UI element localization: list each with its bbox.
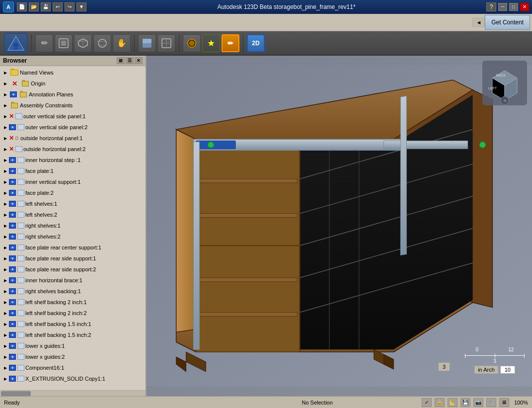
- tree-arrow-left-shelf-backing-15inch-2[interactable]: ▶: [2, 331, 9, 338]
- tree-arrow-inner-vert-support[interactable]: ▶: [2, 178, 9, 185]
- tree-item-right-shelves-backing-1[interactable]: ▶ 👁 right shelves backing:1: [0, 286, 146, 297]
- view-front-button[interactable]: [55, 34, 73, 52]
- view-home-button[interactable]: [4, 33, 28, 54]
- tree-arrow-outside-horiz-1[interactable]: ▶: [2, 135, 9, 142]
- tree-item-outer-vert-2[interactable]: ▶ 👁 outer vertical side panel:2: [0, 122, 146, 133]
- shaded-button[interactable]: [138, 34, 156, 52]
- tree-arrow-assembly-constraints[interactable]: ▶: [2, 102, 9, 109]
- tree-item-right-shelves-2[interactable]: ▶ 👁 right shelves:2: [0, 231, 146, 242]
- browser-grid-btn[interactable]: ⊞: [117, 57, 125, 64]
- status-monitor-btn[interactable]: 🖥: [499, 398, 509, 407]
- unit-display[interactable]: in Arch: [474, 366, 498, 374]
- tree-arrow-fp-rear-center[interactable]: ▶: [2, 244, 9, 251]
- draw-line-button[interactable]: ✏: [35, 34, 53, 52]
- tree-arrow-lower-x-guides-1[interactable]: ▶: [2, 342, 9, 349]
- tree-item-named-views[interactable]: ▶ Named Views: [0, 67, 146, 78]
- tree-arrow-left-shelf-backing-2inch-1[interactable]: ▶: [2, 299, 9, 306]
- tree-arrow-right-shelves-1[interactable]: ▶: [2, 222, 9, 229]
- status-snap-btn[interactable]: 📐: [448, 398, 457, 407]
- help-icon[interactable]: ?: [486, 2, 496, 11]
- tree-icon-inner-horiz-vis: 👁: [9, 157, 16, 163]
- menu-open-icon[interactable]: 📂: [29, 2, 39, 11]
- tree-item-outside-horiz-2[interactable]: ▶ ✕ outside horizontal panel:2: [0, 144, 146, 155]
- tree-arrow-component16-1[interactable]: ▶: [2, 364, 9, 371]
- browser-close-btn[interactable]: ✕: [135, 57, 143, 64]
- tree-arrow-inner-horiz-brace[interactable]: ▶: [2, 277, 9, 284]
- tree-item-inner-horiz-brace[interactable]: ▶ 👁 inner horizontal brace:1: [0, 275, 146, 286]
- view-pan-button[interactable]: ✋: [113, 34, 131, 52]
- get-content-button[interactable]: Get Content: [485, 15, 530, 30]
- tree-arrow-fp-rear-side-1[interactable]: ▶: [2, 255, 9, 262]
- tree-arrow-right-shelves-backing-1[interactable]: ▶: [2, 288, 9, 295]
- view-orbit-button[interactable]: [93, 34, 111, 52]
- tree-item-right-shelves-1[interactable]: ▶ 👁 right shelves:1: [0, 220, 146, 231]
- tree-item-component16-1[interactable]: ▶ 👁 Component16:1: [0, 362, 146, 373]
- tree-arrow-left-shelves-2[interactable]: ▶: [2, 211, 9, 218]
- tree-arrow-outside-horiz-2[interactable]: ▶: [2, 146, 9, 153]
- viewcube[interactable]: BACK LEFT N: [482, 61, 527, 105]
- toolbar-arrow[interactable]: ◄: [472, 18, 485, 27]
- tree-arrow-outer-vert-1[interactable]: ▶: [2, 113, 9, 120]
- tree-arrow-face-plate-1[interactable]: ▶: [2, 167, 9, 174]
- tree-item-face-plate-2[interactable]: ▶ 👁 face plate:2: [0, 187, 146, 198]
- tree-item-lower-x-guides-1[interactable]: ▶ 👁 lower x guides:1: [0, 340, 146, 351]
- browser-list-btn[interactable]: ☰: [126, 57, 134, 64]
- tree-item-face-plate-1[interactable]: ▶ 👁 face plate:1: [0, 165, 146, 176]
- sketch-button[interactable]: ✏: [222, 34, 239, 52]
- tree-arrow-inner-horiz-step[interactable]: ▶: [2, 157, 9, 163]
- tree-arrow-fp-rear-side-2[interactable]: ▶: [2, 266, 9, 273]
- status-save-btn[interactable]: 💾: [460, 398, 470, 407]
- menu-more-icon[interactable]: ▼: [76, 2, 86, 11]
- menu-undo-icon[interactable]: ↩: [53, 2, 63, 11]
- status-check-btn[interactable]: ✓: [422, 398, 432, 407]
- tree-item-fp-rear-side-1[interactable]: ▶ 👁 face plate rear side support:1: [0, 253, 146, 264]
- wireframe-button[interactable]: [157, 34, 175, 52]
- star-button[interactable]: ★: [202, 34, 220, 52]
- tree-arrow-annotation-planes[interactable]: ▶: [2, 91, 9, 98]
- tree-item-fp-rear-center[interactable]: ▶ 👁 face plate rear center support:1: [0, 242, 146, 253]
- status-lock-btn[interactable]: 🔒: [435, 398, 445, 407]
- tree-item-left-shelf-backing-15inch-2[interactable]: ▶ 👁 left shelf backing 1.5 inch:2: [0, 329, 146, 340]
- tree-item-fp-rear-side-2[interactable]: ▶ 👁 face plate rear side support:2: [0, 264, 146, 275]
- menu-file-icon[interactable]: 📄: [17, 2, 27, 11]
- tree-item-left-shelf-backing-15inch-1[interactable]: ▶ 👁 left shelf backing 1.5 inch:1: [0, 319, 146, 329]
- tree-item-origin[interactable]: ▶ ✕ Origin: [0, 78, 146, 89]
- status-camera-btn[interactable]: 📷: [473, 398, 483, 407]
- tree-item-left-shelves-1[interactable]: ▶ 👁 left shelves:1: [0, 198, 146, 209]
- tree-item-assembly-constraints[interactable]: ▶ Assembly Constraints: [0, 100, 146, 111]
- tree-arrow-origin[interactable]: ▶: [2, 80, 9, 87]
- tree-arrow-lower-x-guides-2[interactable]: ▶: [2, 353, 9, 360]
- tree-arrow-left-shelf-backing-15inch-1[interactable]: ▶: [2, 321, 9, 327]
- tree-item-left-shelf-backing-2inch-1[interactable]: ▶ 👁 left shelf backing 2 inch:1: [0, 297, 146, 308]
- 2d-button[interactable]: 2D: [247, 34, 265, 52]
- scale-value-input[interactable]: 10: [500, 366, 515, 374]
- menu-redo-icon[interactable]: ↪: [65, 2, 75, 11]
- view-iso-button[interactable]: [74, 34, 92, 52]
- status-build-btn[interactable]: 🔧: [486, 398, 496, 407]
- maximize-button[interactable]: □: [509, 3, 518, 11]
- tree-item-outside-horiz-1[interactable]: ▶ ✕ ⚙ outside horizontal panel:1: [0, 133, 146, 144]
- tree-arrow-x-extrusion[interactable]: ▶: [2, 375, 9, 382]
- tree-item-x-extrusion[interactable]: ▶ 👁 X_EXTRUSION_SOLID Copy1:1: [0, 373, 146, 384]
- tree-arrow-outer-vert-2[interactable]: ▶: [2, 124, 9, 131]
- tree-arrow-named-views[interactable]: ▶: [2, 69, 9, 76]
- svg-rect-61: [194, 142, 200, 350]
- tree-item-annotation-planes[interactable]: ▶ 👁 Annotation Planes: [0, 89, 146, 100]
- tree-arrow-face-plate-2[interactable]: ▶: [2, 189, 9, 196]
- svg-text:N: N: [504, 99, 506, 102]
- tree-item-inner-vert-support[interactable]: ▶ 👁 inner vertical support:1: [0, 176, 146, 187]
- tree-arrow-right-shelves-2[interactable]: ▶: [2, 233, 9, 240]
- viewport[interactable]: BACK LEFT N 0 12: [147, 56, 532, 396]
- tree-item-left-shelf-backing-2inch-2[interactable]: ▶ 👁 left shelf backing 2 inch:2: [0, 308, 146, 319]
- tree-item-left-shelves-2[interactable]: ▶ 👁 left shelves:2: [0, 209, 146, 220]
- tree-item-lower-x-guides-2[interactable]: ▶ 👁 lower x guides:2: [0, 351, 146, 362]
- minimize-button[interactable]: ─: [498, 3, 507, 11]
- tree-arrow-left-shelves-1[interactable]: ▶: [2, 200, 9, 207]
- browser-scrollbar-h[interactable]: [0, 390, 146, 396]
- materials-button[interactable]: [183, 34, 201, 52]
- tree-item-outer-vert-1[interactable]: ▶ ✕ outer vertical side panel:1: [0, 111, 146, 122]
- close-button[interactable]: ✕: [520, 3, 529, 11]
- tree-arrow-left-shelf-backing-2inch-2[interactable]: ▶: [2, 310, 9, 317]
- menu-save-icon[interactable]: 💾: [41, 2, 51, 11]
- tree-item-inner-horiz-step[interactable]: ▶ 👁 inner horizontal step :1: [0, 155, 146, 165]
